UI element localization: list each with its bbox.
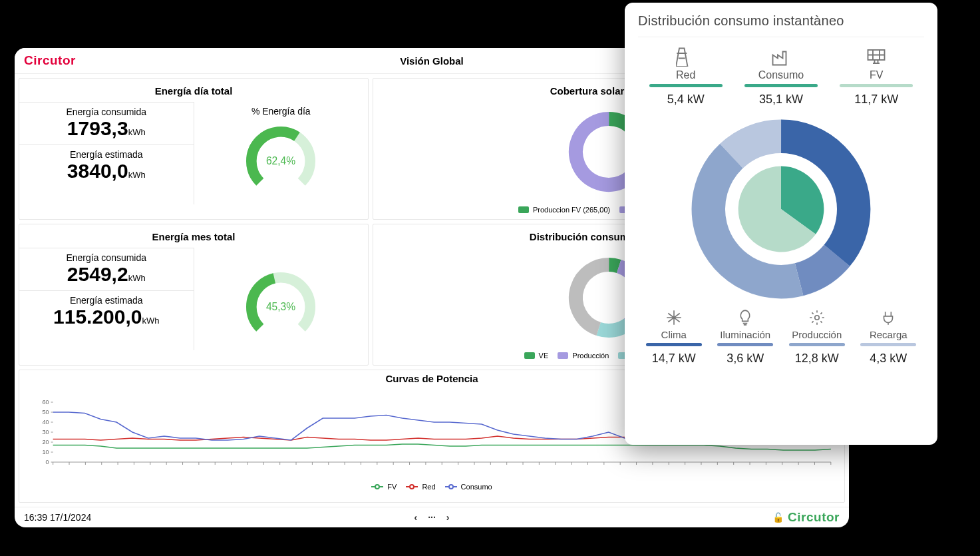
- pager-dots[interactable]: ···: [428, 512, 436, 523]
- factory-icon: [771, 47, 791, 67]
- kpi-value: 4,3 kW: [870, 352, 907, 366]
- kpi-consumo: Consumo35,1 kW: [733, 47, 828, 107]
- kpi-red: Red5,4 kW: [638, 47, 733, 107]
- legend-item: Producción: [558, 352, 609, 360]
- kpi-bar: [744, 84, 818, 87]
- day-consumed-value: 1793,3kWh: [19, 117, 194, 139]
- gear-icon: [808, 309, 826, 326]
- plug-icon: [880, 309, 897, 326]
- pager: ‹ ··· ›: [414, 512, 449, 523]
- svg-text:10: 10: [42, 449, 49, 455]
- legend-item: Red: [406, 483, 435, 491]
- card-energy-month-title: Energía mes total: [19, 224, 368, 248]
- month-consumed-value: 2549,2kWh: [19, 263, 194, 285]
- kpi-label: Clima: [661, 329, 687, 340]
- month-estimated-label: Energía estimada: [19, 295, 194, 306]
- kpi-producción: Producción12,8 kW: [781, 309, 853, 366]
- kpi-iluminación: Iluminación3,6 kW: [710, 309, 782, 366]
- legend-swatch: [524, 352, 535, 359]
- svg-text:60: 60: [42, 399, 49, 406]
- legend-swatch: [518, 206, 529, 213]
- kpi-value: 12,8 kW: [795, 352, 839, 366]
- svg-point-88: [815, 316, 820, 320]
- svg-text:0: 0: [45, 459, 49, 465]
- legend-item: FV: [371, 483, 397, 491]
- snow-icon: [665, 309, 683, 326]
- svg-point-77: [375, 485, 379, 489]
- kpi-label: FV: [870, 69, 883, 81]
- kpi-bar: [789, 343, 845, 346]
- popup-bottom-kpis: Clima14,7 kWIluminación3,6 kWProducción1…: [638, 309, 924, 366]
- legend-item: VE: [524, 352, 549, 360]
- footer-bar: 16:39 17/1/2024 ‹ ··· › 🔓 Circutor: [15, 507, 849, 527]
- kpi-bar: [717, 343, 773, 346]
- kpi-label: Iluminación: [720, 329, 770, 340]
- pager-prev[interactable]: ‹: [414, 512, 417, 523]
- month-consumed-label: Energía consumida: [19, 252, 194, 263]
- gauge-day: 62,4%: [238, 118, 324, 204]
- svg-text:62,4%: 62,4%: [266, 155, 295, 166]
- legend-item: Consumo: [445, 483, 492, 491]
- kpi-clima: Clima14,7 kW: [638, 309, 710, 366]
- kpi-value: 5,4 kW: [667, 93, 705, 107]
- svg-text:50: 50: [42, 409, 49, 416]
- panel-icon: [866, 47, 886, 67]
- legend-swatch: [371, 483, 383, 490]
- day-estimated-value: 3840,0kWh: [19, 160, 194, 182]
- day-pct-label: % Energía día: [251, 106, 311, 117]
- svg-text:30: 30: [42, 429, 49, 435]
- svg-text:40: 40: [42, 419, 49, 425]
- kpi-bar: [646, 343, 702, 346]
- kpi-label: Consumo: [758, 69, 804, 81]
- brand-logo: Circutor: [24, 53, 76, 68]
- legend-curvas-potencia: FVRedConsumo: [26, 483, 838, 491]
- svg-text:20: 20: [42, 439, 49, 445]
- kpi-label: Recarga: [870, 329, 907, 340]
- kpi-bar: [649, 84, 723, 87]
- popup-top-kpis: Red5,4 kWConsumo35,1 kWFV11,7 kW: [638, 47, 924, 107]
- popup-distribucion-consumo-instantaneo: Distribución consumo instantàneo Red5,4 …: [625, 3, 937, 445]
- kpi-bar: [860, 343, 916, 346]
- gauge-month: 45,3%: [238, 264, 324, 350]
- kpi-label: Producción: [792, 329, 842, 340]
- kpi-bar: [840, 84, 913, 87]
- footer-brand: Circutor: [788, 510, 840, 525]
- card-energy-month: Energía mes total Energía consumida 2549…: [19, 224, 369, 366]
- day-estimated-label: Energía estimada: [19, 149, 194, 160]
- svg-point-81: [449, 485, 453, 489]
- card-energy-day-title: Energía día total: [19, 79, 368, 102]
- kpi-value: 11,7 kW: [854, 93, 898, 107]
- day-consumed-label: Energía consumida: [19, 107, 194, 117]
- kpi-recarga: Recarga4,3 kW: [853, 309, 925, 366]
- kpi-value: 35,1 kW: [759, 93, 803, 107]
- card-energy-day: Energía día total Energía consumida 1793…: [19, 78, 369, 220]
- svg-text:45,3%: 45,3%: [266, 301, 295, 312]
- lock-icon[interactable]: 🔓: [772, 512, 784, 523]
- popup-dial: [688, 116, 874, 302]
- popup-title: Distribución consumo instantàneo: [638, 13, 924, 29]
- kpi-value: 14,7 kW: [652, 352, 696, 366]
- legend-item: Produccion FV (265,00): [518, 206, 610, 214]
- legend-swatch: [558, 352, 568, 359]
- bulb-icon: [736, 309, 754, 326]
- month-estimated-value: 115.200,0kWh: [19, 306, 194, 328]
- legend-swatch: [445, 483, 457, 490]
- tower-icon: [676, 47, 696, 67]
- svg-point-79: [410, 485, 414, 489]
- kpi-label: Red: [676, 69, 695, 81]
- legend-swatch: [406, 483, 418, 490]
- kpi-fv: FV11,7 kW: [829, 47, 924, 107]
- kpi-value: 3,6 kW: [727, 352, 764, 366]
- page-title: Visión Global: [400, 55, 464, 67]
- pager-next[interactable]: ›: [446, 512, 450, 523]
- footer-timestamp: 16:39 17/1/2024: [24, 512, 91, 523]
